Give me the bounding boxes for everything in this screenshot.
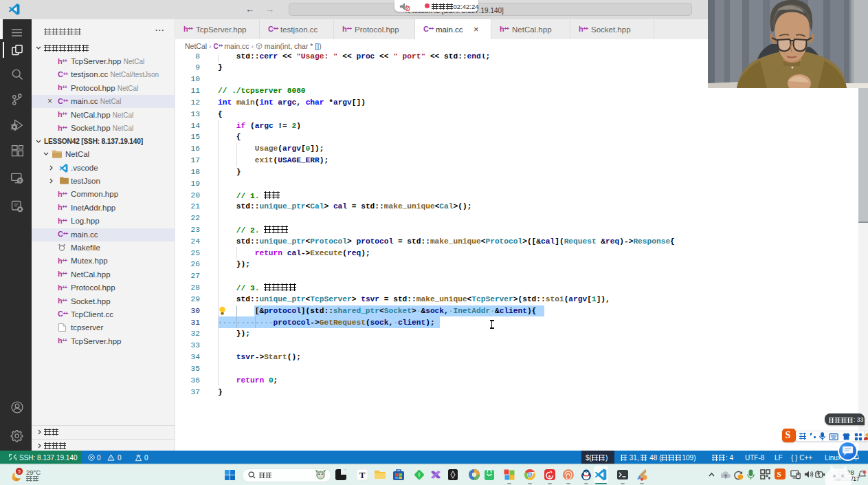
svg-text:T: T [359, 470, 366, 480]
svg-text:5: 5 [18, 469, 21, 474]
